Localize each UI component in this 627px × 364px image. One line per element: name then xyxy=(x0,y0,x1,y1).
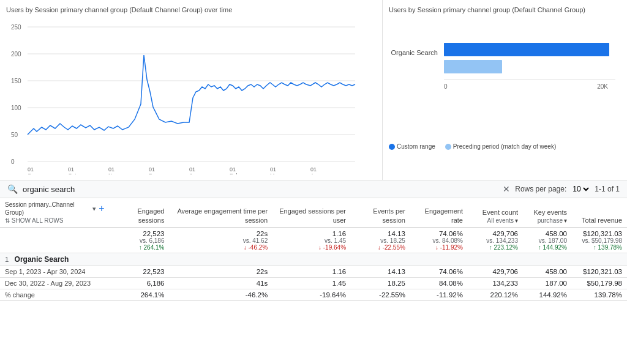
th-events-per-session: Events per session xyxy=(351,198,410,228)
pct-at: -46.2% xyxy=(169,289,272,301)
svg-text:Dec: Dec xyxy=(149,173,159,174)
totals-ke-pct: ↑ 144.92% xyxy=(528,244,567,251)
totals-engagement-rate: 74.06% vs. 84.08% ↓ -11.92% xyxy=(410,228,468,253)
legend-preceding-label: Preceding period (match day of week) xyxy=(453,143,556,150)
table-row-pct-change: % change 264.1% -46.2% -19.64% -22.55% -… xyxy=(0,289,627,301)
totals-er-pct: ↓ -11.92% xyxy=(415,244,463,251)
table-header-row: Session primary..Channel Group) ▾ + ⇅ SH… xyxy=(0,198,627,228)
row1-ec-blank xyxy=(468,253,523,266)
th-event-count-label: Event count xyxy=(482,209,518,216)
pct-eps: -22.55% xyxy=(351,289,410,301)
totals-tr-value: $120,321.03 xyxy=(577,230,622,237)
show-all-rows-button[interactable]: ⇅ SHOW ALL ROWS xyxy=(5,217,105,225)
svg-text:Oct: Oct xyxy=(68,173,77,174)
th-event-count: Event count All events ▾ xyxy=(468,198,523,228)
totals-epu-pct: ↓ -19.64% xyxy=(277,244,346,251)
totals-engaged-sessions: 22,523 vs. 6,186 ↑ 264.1% xyxy=(110,228,170,253)
search-clear-button[interactable]: ✕ xyxy=(503,184,510,194)
line-chart-svg: 250 200 150 100 50 0 01 Sep 01 Oct 01 No… xyxy=(6,18,361,174)
pct-change-label: % change xyxy=(5,291,35,299)
th-key-events-sub: purchase xyxy=(538,217,563,225)
period2-label-cell: Dec 30, 2022 - Aug 29, 2023 xyxy=(0,278,110,289)
svg-text:01: 01 xyxy=(189,166,195,173)
totals-es-pct: ↑ 264.1% xyxy=(115,244,165,251)
totals-epu-value: 1.16 xyxy=(277,230,346,237)
th-total-revenue: Total revenue xyxy=(572,198,627,228)
svg-text:01: 01 xyxy=(270,166,276,173)
search-bar: 🔍 ✕ Rows per page: 10 25 50 1-1 of 1 xyxy=(0,180,627,198)
th-key-events-label: Key events xyxy=(534,209,567,216)
row1-tr-blank xyxy=(572,253,627,266)
period1-epu: 1.16 xyxy=(272,266,351,278)
page-info: 1-1 of 1 xyxy=(595,185,620,193)
period2-label: Dec 30, 2022 - Aug 29, 2023 xyxy=(5,280,91,287)
row1-num-label: 1 Organic Search xyxy=(0,253,110,266)
totals-avg-time: 22s vs. 41.62 ↓ -46.2% xyxy=(169,228,272,253)
table-row-period1: Sep 1, 2023 - Apr 30, 2024 22,523 22s 1.… xyxy=(0,266,627,278)
totals-label-cell xyxy=(0,228,110,253)
svg-text:20K: 20K xyxy=(597,83,608,90)
row1-label: Organic Search xyxy=(15,255,69,264)
svg-text:01: 01 xyxy=(28,166,34,173)
event-count-dropdown[interactable]: ▾ xyxy=(515,217,518,225)
svg-text:Nov: Nov xyxy=(108,173,119,174)
th-engagement-rate-label: Engagement rate xyxy=(425,207,463,223)
period1-at: 22s xyxy=(169,266,272,278)
legend-custom-label: Custom range xyxy=(397,143,435,150)
th-key-events: Key events purchase ▾ xyxy=(523,198,572,228)
totals-eps-value: 14.13 xyxy=(356,230,405,237)
period1-tr: $120,321.03 xyxy=(572,266,627,278)
th-avg-time: Average engagement time per session xyxy=(169,198,272,228)
totals-ec-pct: ↑ 223.12% xyxy=(473,244,518,251)
row1-epu-blank xyxy=(272,253,351,266)
totals-events-per-session: 14.13 vs. 18.25 ↓ -22.55% xyxy=(351,228,410,253)
totals-at-value: 22s xyxy=(174,230,268,237)
pct-es: 264.1% xyxy=(110,289,170,301)
th-total-revenue-label: Total revenue xyxy=(582,217,622,224)
rows-per-page-label: Rows per page: xyxy=(515,185,566,193)
add-dimension-button[interactable]: + xyxy=(99,204,104,214)
svg-text:01: 01 xyxy=(230,166,236,173)
svg-text:Apr: Apr xyxy=(310,173,319,174)
th-session: Session primary..Channel Group) ▾ + ⇅ SH… xyxy=(0,198,110,228)
bar-chart-svg: Organic Search 0 20K xyxy=(389,18,621,141)
period2-at: 41s xyxy=(169,278,272,289)
svg-rect-29 xyxy=(444,43,609,56)
row1-at-blank xyxy=(169,253,272,266)
rows-per-page-select[interactable]: 10 25 50 xyxy=(570,184,591,194)
key-events-dropdown[interactable]: ▾ xyxy=(564,217,567,225)
line-chart-title: Users by Session primary channel group (… xyxy=(6,6,376,13)
svg-text:Feb: Feb xyxy=(230,173,239,174)
totals-tr-vs: vs. $50,179.98 xyxy=(577,237,622,244)
th-session-dropdown[interactable]: ▾ xyxy=(92,204,96,213)
data-table: Session primary..Channel Group) ▾ + ⇅ SH… xyxy=(0,198,627,301)
th-session-label: Session primary..Channel Group) xyxy=(5,201,90,217)
svg-text:01: 01 xyxy=(149,166,155,173)
totals-eps-pct: ↓ -22.55% xyxy=(356,244,405,251)
svg-text:Jan: Jan xyxy=(189,173,198,174)
totals-er-vs: vs. 84.08% xyxy=(415,237,463,244)
period1-ec: 429,706 xyxy=(468,266,523,278)
totals-at-pct: ↓ -46.2% xyxy=(174,244,268,251)
totals-ke-vs: vs. 187.00 xyxy=(528,237,567,244)
period1-label: Sep 1, 2023 - Apr 30, 2024 xyxy=(5,268,86,275)
table-row-period2: Dec 30, 2022 - Aug 29, 2023 6,186 41s 1.… xyxy=(0,278,627,289)
totals-ec-vs: vs. 134,233 xyxy=(473,237,518,244)
legend-custom-range: Custom range xyxy=(389,143,435,150)
row1-es-blank xyxy=(110,253,170,266)
search-input[interactable] xyxy=(23,185,498,194)
totals-ec-value: 429,706 xyxy=(473,230,518,237)
pct-ke: 144.92% xyxy=(523,289,572,301)
svg-text:Mar: Mar xyxy=(270,173,280,174)
period2-er: 84.08% xyxy=(410,278,468,289)
pct-tr: 139.78% xyxy=(572,289,627,301)
totals-row: 22,523 vs. 6,186 ↑ 264.1% 22s vs. 41.62 … xyxy=(0,228,627,253)
period1-label-cell: Sep 1, 2023 - Apr 30, 2024 xyxy=(0,266,110,278)
bar-chart-panel: Users by Session primary channel group (… xyxy=(382,0,627,180)
svg-text:250: 250 xyxy=(11,24,21,31)
pct-er: -11.92% xyxy=(410,289,468,301)
rows-per-page-control: Rows per page: 10 25 50 1-1 of 1 xyxy=(515,184,620,194)
totals-es-value: 22,523 xyxy=(115,230,165,237)
totals-eps-vs: vs. 18.25 xyxy=(356,237,405,244)
svg-text:150: 150 xyxy=(11,78,21,84)
